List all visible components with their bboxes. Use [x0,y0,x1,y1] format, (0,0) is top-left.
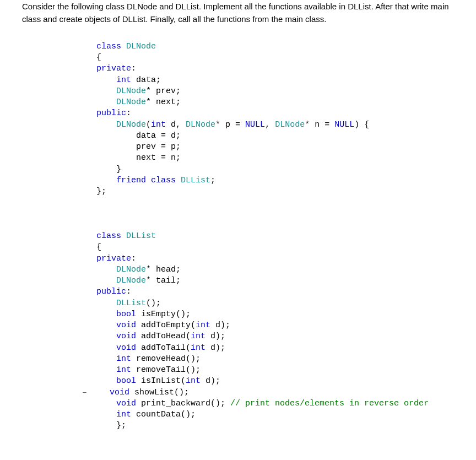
kw-void: void [116,399,136,408]
kw-int: int [151,120,166,129]
addtoempty-1: addToEmpty( [136,321,196,330]
kw-public: public [96,109,126,118]
kw-bool: bool [116,376,136,386]
type-dlnode: DLNode [116,265,146,274]
brace-close: } [116,165,121,174]
field-next: * next; [146,98,181,107]
kw-void: void [116,321,136,330]
type-dlnode: DLNode [126,42,156,51]
brace-open: { [96,53,101,62]
dllist-end: }; [116,421,126,430]
type-dllist: DLList [116,299,146,308]
kw-int: int [116,365,131,375]
kw-void: void [116,332,136,341]
printback: print_backward(); [136,399,230,408]
type-dlnode: DLNode [116,120,146,129]
field-prev: * prev; [146,86,181,96]
ctor-sig: ( [146,120,151,129]
body-next: next = n; [136,153,181,163]
kw-int: int [116,75,131,85]
field-head: * head; [146,265,181,274]
friend-semi: ; [210,176,215,185]
addtohead-1: addToHead( [136,332,191,341]
ctor-sig-n: * n = [305,120,334,129]
showlist: showList(); [129,388,189,397]
kw-int: int [196,321,210,330]
kw-friend: friend [116,176,146,185]
kw-class: class [96,42,121,51]
removetail: removeTail(); [131,365,201,375]
kw-int: int [116,354,131,364]
kw-private: private [96,254,131,263]
isempty: isEmpty(); [136,310,191,319]
gutter-collapse-icon: – [82,387,90,398]
type-dllist: DLList [181,176,210,185]
dlnode-end: }; [96,187,106,196]
kw-int: int [191,343,205,353]
kw-private: private [96,64,131,73]
ctor-sig-comma: , [265,120,275,129]
colon: : [131,64,136,73]
kw-int: int [186,376,201,386]
countdata: countData(); [131,410,196,419]
code-dlnode: class DLNode { private: int data; DLNode… [96,30,454,220]
type-dlnode: DLNode [116,86,146,96]
dllist-ctor: (); [146,299,161,308]
null: NULL [245,120,265,129]
kw-class: class [151,176,176,185]
kw-void: void [116,343,136,353]
kw-int: int [191,332,205,341]
addtoempty-2: d); [210,321,230,330]
isinlist-2: d); [201,376,220,386]
question-prompt: Consider the following class DLNode and … [22,0,454,26]
kw-int: int [116,410,131,419]
body-prev: prev = p; [136,142,181,151]
type-dlnode: DLNode [275,120,305,129]
colon: : [126,287,131,296]
kw-void: void [110,388,129,397]
isinlist-1: isInList( [136,376,186,386]
type-dlnode: DLNode [116,98,146,107]
type-dlnode: DLNode [186,120,215,129]
field-data: data; [131,75,161,85]
type-dlnode: DLNode [116,276,146,285]
printback-comment: // print nodes/elements in reverse order [230,399,429,408]
colon: : [131,254,136,263]
addtohead-2: d); [205,332,225,341]
kw-bool: bool [116,310,136,319]
ctor-sig-p: * p = [215,120,245,129]
addtotail-1: addToTail( [136,343,191,353]
null: NULL [334,120,354,129]
addtotail-2: d); [205,343,225,353]
colon: : [126,109,131,118]
field-tail: * tail; [146,276,181,285]
removehead: removeHead(); [131,354,201,364]
brace-open: { [96,242,101,252]
kw-class: class [96,231,121,241]
ctor-sig-end: ) { [354,120,369,129]
body-data: data = d; [136,131,181,140]
ctor-sig-d: d, [166,120,186,129]
kw-public: public [96,287,126,296]
type-dllist: DLList [126,231,156,241]
prompt-text: Consider the following class DLNode and … [22,2,449,24]
code-dllist: class DLList { private: DLNode* head; DL… [96,220,454,432]
